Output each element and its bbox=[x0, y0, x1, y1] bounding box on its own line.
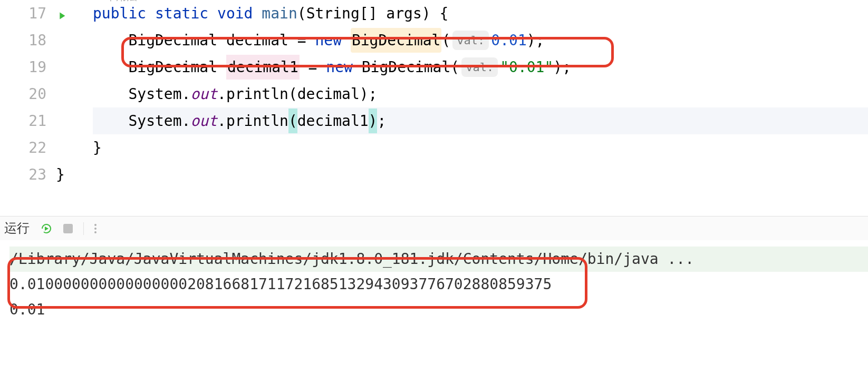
gutter-line-23[interactable]: 23 bbox=[0, 161, 46, 188]
gutter-line-17[interactable]: 17 bbox=[0, 0, 46, 27]
var-decimal: decimal bbox=[226, 28, 288, 53]
run-gutter-icon[interactable] bbox=[56, 4, 67, 29]
type-bigdecimal: BigDecimal bbox=[128, 28, 217, 53]
string-literal: "0.01" bbox=[500, 55, 553, 80]
line-number: 23 bbox=[28, 162, 46, 188]
gutter-line-21[interactable]: 21 bbox=[0, 107, 46, 134]
keyword-new: new bbox=[326, 55, 353, 80]
code-line-20[interactable]: System.out.println(decimal); bbox=[93, 81, 868, 107]
field-out: out bbox=[190, 109, 217, 134]
keyword-public: public bbox=[93, 1, 146, 26]
rerun-icon[interactable] bbox=[40, 222, 53, 235]
arg-type: String[] bbox=[306, 1, 378, 26]
ctor-bigdecimal: BigDecimal bbox=[362, 55, 451, 80]
line-number: 22 bbox=[28, 135, 46, 161]
matched-paren-close: ) bbox=[369, 109, 378, 134]
arg-decimal1: decimal1 bbox=[297, 109, 369, 134]
code-line-21[interactable]: System.out.println(decimal1); bbox=[93, 107, 868, 134]
run-tab-label[interactable]: 运行 bbox=[4, 218, 30, 239]
line-number: 20 bbox=[28, 82, 46, 107]
method-main: main bbox=[262, 1, 297, 26]
double-literal: 0.01 bbox=[491, 28, 526, 53]
code-area[interactable]: 0 个用法 public static void main(String[] a… bbox=[56, 0, 868, 216]
stop-icon[interactable] bbox=[63, 224, 73, 233]
separator bbox=[83, 222, 84, 235]
console-command-line: /Library/Java/JavaVirtualMachines/jdk1.8… bbox=[9, 247, 868, 272]
type-bigdecimal: BigDecimal bbox=[128, 55, 217, 80]
more-actions-icon[interactable] bbox=[94, 224, 97, 233]
line-number: 21 bbox=[28, 109, 46, 134]
code-line-17[interactable]: public static void main(String[] args) { bbox=[93, 0, 868, 27]
gutter: 17 18 19 20 21 22 23 bbox=[0, 0, 56, 216]
keyword-static: static bbox=[155, 1, 208, 26]
param-hint-val: val: bbox=[461, 57, 498, 77]
code-line-22[interactable]: } bbox=[93, 134, 868, 161]
gutter-line-22[interactable]: 22 bbox=[0, 134, 46, 161]
matched-paren-open: ( bbox=[288, 109, 297, 134]
gutter-line-18[interactable]: 18 bbox=[0, 27, 46, 54]
console-output-line: 0.01000000000000000020816681711721685132… bbox=[9, 272, 868, 297]
keyword-new: new bbox=[315, 28, 342, 53]
keyword-void: void bbox=[217, 1, 253, 26]
gutter-line-20[interactable]: 20 bbox=[0, 81, 46, 107]
editor-area: 17 18 19 20 21 22 23 0 个用法 public static… bbox=[0, 0, 868, 216]
code-line-19[interactable]: BigDecimal decimal1 = new BigDecimal(val… bbox=[93, 54, 868, 81]
gutter-line-19[interactable]: 19 bbox=[0, 54, 46, 81]
line-number: 19 bbox=[28, 55, 46, 80]
run-tool-panel: 运行 bbox=[0, 216, 868, 240]
line-number: 17 bbox=[28, 1, 46, 26]
line-number: 18 bbox=[28, 28, 46, 53]
code-line-18[interactable]: BigDecimal decimal = new BigDecimal(val:… bbox=[93, 27, 868, 54]
code-line-23[interactable]: } bbox=[93, 161, 868, 188]
field-out: out bbox=[190, 82, 217, 107]
arg-name: args bbox=[386, 1, 421, 26]
console-output-line: 0.01 bbox=[9, 297, 868, 322]
param-hint-val: val: bbox=[452, 31, 489, 50]
console-output[interactable]: /Library/Java/JavaVirtualMachines/jdk1.8… bbox=[0, 240, 868, 322]
var-decimal1: decimal1 bbox=[226, 55, 300, 80]
ctor-bigdecimal: BigDecimal bbox=[351, 28, 442, 53]
arg-decimal: decimal bbox=[297, 82, 360, 107]
